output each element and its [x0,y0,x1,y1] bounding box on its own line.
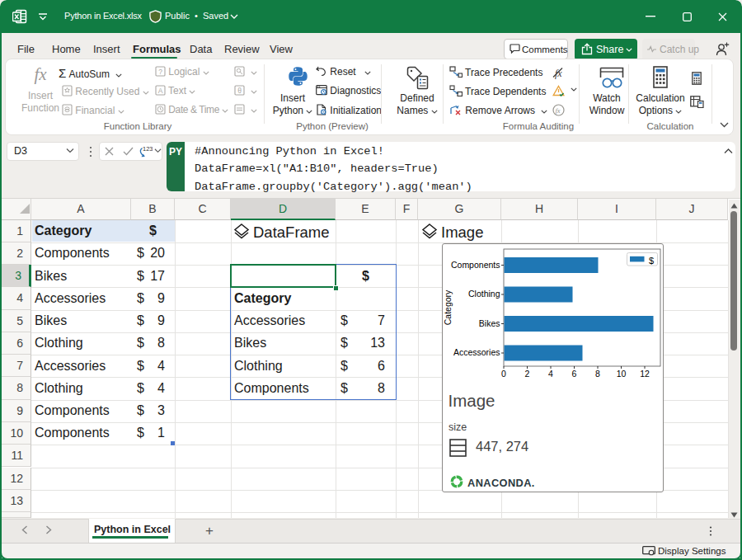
svg-text:Bikes: Bikes [479,318,500,328]
svg-text:Components: Components [451,260,500,270]
svg-text:6: 6 [572,369,577,379]
svg-text:fx: fx [556,106,561,115]
svg-text:10: 10 [617,369,627,379]
svg-text:0: 0 [501,369,506,379]
svg-text:8: 8 [595,369,600,379]
svg-text:4: 4 [548,369,553,379]
svg-text:Accessories: Accessories [453,347,500,357]
svg-text:Clothing: Clothing [468,289,500,299]
svg-text:?: ? [158,68,162,76]
svg-text:12: 12 [640,369,650,379]
svg-text:2: 2 [525,369,530,379]
svg-text:123: 123 [143,145,153,153]
svg-text:Category: Category [443,289,453,325]
svg-text:θ: θ [237,87,242,95]
svg-text:$: $ [649,256,654,266]
svg-text:A: A [158,87,163,95]
